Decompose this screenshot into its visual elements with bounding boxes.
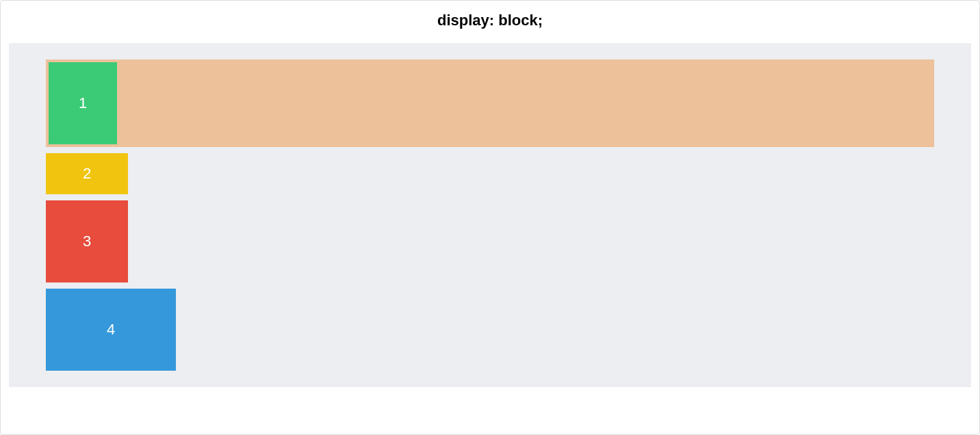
box-2: 2 bbox=[46, 153, 128, 194]
box-3: 3 bbox=[46, 200, 128, 282]
box-1: 1 bbox=[49, 62, 117, 144]
block-wrapper: 1 2 3 4 bbox=[46, 60, 934, 371]
diagram-title: display: block; bbox=[8, 12, 972, 29]
box-4: 4 bbox=[46, 289, 176, 371]
row-2: 2 bbox=[46, 153, 934, 194]
row-highlighted: 1 bbox=[46, 60, 934, 147]
row-4: 4 bbox=[46, 289, 934, 371]
row-3: 3 bbox=[46, 200, 934, 282]
diagram-container: 1 2 3 4 bbox=[9, 43, 971, 387]
